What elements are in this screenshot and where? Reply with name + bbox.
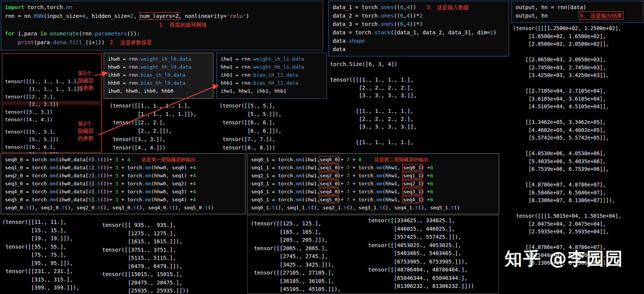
code-line: tensor([[2., 2.], <box>110 118 215 127</box>
code-line: output, hn 4、 这是输出结果 <box>516 11 639 20</box>
code-line: tensor([[55., 55.], <box>2 243 99 251</box>
code-line: [2.7450e+03, 2.7450e+03], <box>513 64 642 72</box>
code-line: tensor([[334625., 334625.], <box>368 217 498 225</box>
code-line: data = torch.stack([data_1, data_2, data… <box>333 28 505 37</box>
code-line: [557425., 557425.]]), <box>368 233 498 241</box>
code-line: [[2.7105e+04, 2.7105e+04], <box>513 87 642 95</box>
layer2-params-frame: 第2个隐藏层的参数 tensor([[5., 5.], [5., 5.]])te… <box>2 104 102 153</box>
code-line: (tensor([[11., 11.], <box>2 218 99 227</box>
code-line: seq5_0 = torch.mm(ihw0,data[5].t())+ 3 +… <box>5 196 241 204</box>
code-line: [3425., 3425.]]), <box>251 261 365 269</box>
code-line: [6., 6.]]), <box>219 127 326 135</box>
code-line: hhb0 = rnn.bias_hh_l0.data <box>108 79 209 87</box>
code-line: [65046344., 65046344.], <box>368 274 498 283</box>
code-line: tensor([[3751., 3751.], <box>102 246 228 254</box>
code-line: [45105., 45105.]]), <box>251 285 365 294</box>
code-line: hhb1 = rnn.bias_hh_l1.data <box>221 79 323 87</box>
layer1-params-frame: 第1个隐藏层的参数 tensor([[1., 1., 1., 1.], [1.,… <box>2 53 102 102</box>
code-line: [[3.3462e+05, 3.3462e+05], <box>513 118 642 126</box>
code-line: tensor([[ 935., 935.], <box>102 221 228 230</box>
code-line: (tensor([[5., 5.], <box>219 101 326 110</box>
code-line: [15., 15.], <box>2 227 99 235</box>
code-line: seq1_1 = torch.mm(ihw1,seq1_0)+ 7 + torc… <box>251 164 495 172</box>
code-line: [2., 2.]]), <box>110 127 215 135</box>
input-data-output: torch.Size([6, 3, 4]) tensor([[[1., 1., … <box>330 60 508 146</box>
code-line: tensor([[2., 2.], <box>5 93 99 101</box>
code-line: data.shape <box>333 37 505 45</box>
code-line: 1、 两层的循环网络 <box>5 21 319 29</box>
code-line: seq1_0 = torch.mm(ihw0,data[1].t())+ 3 +… <box>5 164 241 172</box>
label-line: 的参数 <box>78 135 94 142</box>
seq-layer2-output-col1: (tensor([[125., 125.], [165., 165.], [20… <box>251 220 365 294</box>
code-line: ihw0, hhw0, ihb0, hhb0 <box>108 87 209 95</box>
code-line: tensor([[27105., 27105.], <box>251 269 365 277</box>
code-line: [5.4035e+06, 5.4035e+06], <box>513 157 642 165</box>
code-cell-rnn-setup: import torch,torch.nnrnn = nn.RNN(input_… <box>1 1 323 50</box>
code-cell-seq-layer1: seq0_0 = torch.mm(ihw0,data[0].t())+ 3 +… <box>1 153 245 214</box>
code-line: tensor([[4053025., 4053025.], <box>368 241 498 250</box>
code-line: tensor([[6., 6.], <box>5 143 99 151</box>
code-line: seq0_0 = torch.mm(ihw0,data[0].t())+ 3 +… <box>5 156 241 164</box>
code-line <box>513 79 642 87</box>
code-line: tensor([8., 8.])) <box>219 143 326 152</box>
code-line: [3., 3., 3., 3.]], <box>330 123 508 131</box>
code-line: for i,para in enumerate(rnn.parameters()… <box>5 29 319 38</box>
code-line <box>513 236 642 244</box>
notebook-screenshot: import torch,torch.nnrnn = nn.RNN(input_… <box>0 0 644 294</box>
code-line: [75., 75.], <box>2 251 99 259</box>
code-line: seq2_0 = torch.mm(ihw0,data[2].t())+ 3 +… <box>5 172 241 180</box>
watermark: 知乎 @李园园 <box>505 247 624 271</box>
code-line: seq3_0 = torch.mm(ihw0,data[3].t())+ 3 +… <box>5 180 241 188</box>
code-line: data_1 = torch.ones((6,4)) 3、 这是输入数据 <box>333 3 505 11</box>
code-line: [5., 5.]]), <box>219 110 326 118</box>
code-line: (tensor([[1., 1., 1., 1.], <box>110 101 215 110</box>
code-line: seq3_1 = torch.mm(ihw1,seq3_0)+ 7 + torc… <box>251 180 495 188</box>
weights-l1-output: (tensor([[5., 5.], [5., 5.]]), tensor([[… <box>219 101 326 152</box>
code-line: [6753905., 6753905.]]), <box>368 258 498 266</box>
code-line: [36105., 36105.], <box>251 277 365 286</box>
label-line: 第2个 <box>78 120 94 127</box>
code-line: [2.0500e+02, 2.0500e+02]], <box>513 40 642 48</box>
code-line: hhw1 = rnn.weight_hh_l1.data <box>221 63 323 71</box>
code-line <box>513 111 642 119</box>
code-cell-weights-l0: ihw0 = rnn.weight_ih_l0.datahhw0 = rnn.w… <box>104 53 213 99</box>
code-line: tensor([[2065., 2065.], <box>251 244 365 253</box>
code-line: [205., 205.]]), <box>251 236 365 244</box>
code-line: (tensor([[[1.2500e+02, 1.2500e+02], <box>513 24 642 32</box>
code-cell-rnn-output: output, hn = rnn(data)output, hn 4、 这是输出… <box>511 1 643 23</box>
code-line: [2745., 2745.], <box>251 252 365 261</box>
code-cell-input-data: data_1 = torch.ones((6,4)) 3、 这是输入数据data… <box>328 1 509 56</box>
code-line: [6.5046e+07, 6.5046e+07], <box>513 189 642 197</box>
code-line: [4.4602e+05, 4.4602e+05], <box>513 126 642 134</box>
seq-layer1-output-col1: (tensor([[11., 11.], [15., 15.], [19., 1… <box>2 218 99 292</box>
code-line <box>330 68 508 76</box>
code-line: seq0_0.t(), seq1_0.t(), seq2_0.t(), seq3… <box>5 204 241 212</box>
code-line: [2.0475e+04, 2.0475e+04], <box>513 220 642 228</box>
code-line: tensor([[[1., 1., 1., 1.], <box>330 76 508 84</box>
code-line: [[1., 1., 1., 1.], <box>330 138 508 146</box>
code-line: (tensor([[125., 125.], <box>251 220 365 228</box>
label-line: 隐藏层 <box>78 127 94 135</box>
code-line: tensor([[15015., 15015.], <box>102 270 228 279</box>
seq-layer1-output-col2: tensor([[ 935., 935.], [1275., 1275.], [… <box>102 221 228 294</box>
code-line: tensor([[231., 231.], <box>2 267 99 276</box>
code-line: [1.6500e+02, 1.6500e+02], <box>513 32 642 40</box>
layer2-params-label: 第2个隐藏层的参数 <box>78 120 94 142</box>
code-line: [81306232., 81306232.]])) <box>368 282 498 291</box>
code-line: seq2_1 = torch.mm(ihw1,seq2_0)+ 7 + torc… <box>251 172 495 180</box>
code-line: [[4.0530e+06, 4.0530e+06], <box>513 149 642 157</box>
code-line: [4.5105e+04, 4.5105e+04]], <box>513 103 642 111</box>
code-line: ihw1, hhw1, ihb1, hhb1 <box>221 87 323 95</box>
code-line: print(para.data.fill_(i+1)) 2、 这是参数设置 <box>5 38 319 47</box>
code-line: [3.4250e+03, 3.4250e+03]], <box>513 71 642 79</box>
code-line: [2.5935e+04, 2.5935e+04]], <box>513 228 642 236</box>
code-line: [20475., 20475.], <box>102 279 228 287</box>
code-cell-weights-l1: ihw1 = rnn.weight_ih_l1.datahhw1 = rnn.w… <box>216 53 327 99</box>
code-line <box>330 100 508 108</box>
code-line: [19., 19.]]), <box>2 235 99 243</box>
code-line: data_3 = torch.ones((6,4))*3 <box>333 20 505 28</box>
code-line: rnn = nn.RNN(input_size=4, hidden_size=2… <box>5 12 319 21</box>
code-line: [3., 3., 3., 3.]], <box>330 92 508 100</box>
code-line: hhw0 = rnn.weight_hh_l0.data <box>108 63 209 71</box>
code-line: [95., 95.]]), <box>2 259 99 268</box>
